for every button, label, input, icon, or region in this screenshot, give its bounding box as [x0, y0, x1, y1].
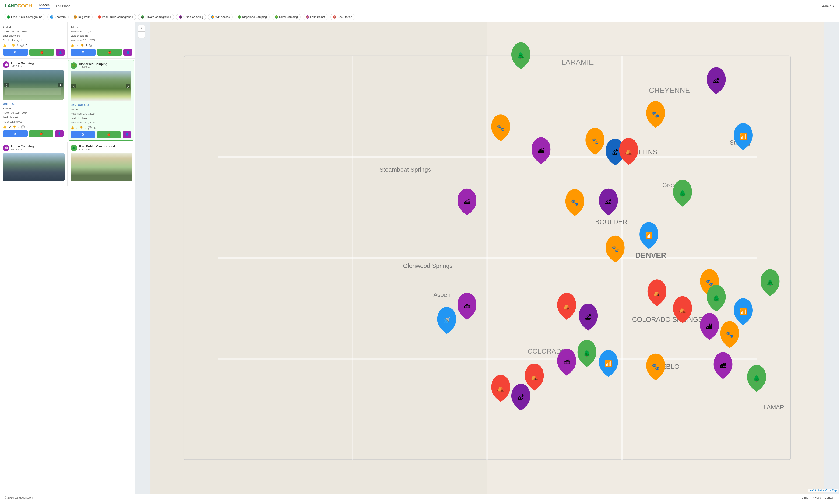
filter-icon-dog-park: 🐾: [73, 15, 77, 19]
terms-link[interactable]: Terms: [801, 496, 808, 499]
google-maps-btn-2[interactable]: G: [71, 49, 96, 56]
svg-text:⛺: ⛺: [497, 384, 505, 392]
type-icon-urban: 🏙: [3, 61, 9, 68]
meta-mountain: Added: November 17th, 2024 Last check-in…: [71, 107, 131, 125]
filter-label-dog-park: Dog Park: [78, 15, 90, 19]
apple-maps-btn-1[interactable]: 🍎: [30, 49, 55, 56]
card-row-0: Added: November 17th, 2024 Last check-in…: [0, 22, 135, 58]
svg-text:🐾: 🐾: [571, 199, 579, 206]
nav-add-place[interactable]: Add Place: [55, 4, 70, 8]
apple-maps-btn-2[interactable]: 🍎: [97, 49, 122, 56]
svg-text:⛺: ⛺: [531, 373, 538, 381]
votes-up-2: -4: [76, 44, 78, 47]
filter-chip-showers[interactable]: 🚿Showers: [47, 14, 69, 20]
meta-urban: Added: November 17th, 2024 Last check-in…: [3, 106, 64, 124]
svg-text:Steamboat Springs: Steamboat Springs: [379, 166, 431, 173]
filter-chip-urban[interactable]: 🏙Urban Camping: [176, 14, 206, 20]
type-icon-mountain: 🌿: [71, 62, 77, 69]
place-card-free-public: 🌲 Free Public Campground ~117.3 mi: [68, 142, 135, 186]
type-label-mountain: Dispersed Camping: [79, 62, 107, 66]
apple-maps-btn-urban[interactable]: 🍎: [29, 130, 54, 137]
svg-text:🏙: 🏙: [707, 323, 713, 330]
filter-label-dispersed: Dispersed Camping: [242, 15, 267, 19]
left-panel: Added: November 17th, 2024 Last check-in…: [0, 22, 136, 493]
svg-text:LARAMIE: LARAMIE: [561, 58, 594, 66]
nav-places[interactable]: Places: [39, 3, 50, 8]
svg-text:🏙: 🏙: [538, 147, 544, 154]
google-maps-btn-mountain[interactable]: G: [71, 131, 95, 138]
card-header-urban2: 🏙 Urban Camping ~117.1 mi: [3, 145, 65, 151]
filter-icon-showers: 🚿: [50, 15, 53, 19]
type-label-free: Free Public Campground: [79, 145, 115, 148]
map-controls: + −: [138, 25, 145, 38]
next-image-btn-mountain[interactable]: ❯: [126, 84, 130, 88]
place-link-mountain[interactable]: Mountain Site: [71, 103, 131, 106]
svg-text:🏕: 🏕: [612, 149, 618, 156]
osm-link[interactable]: © OpenStreetMap: [818, 489, 837, 492]
filter-icon-gas: ⛽: [333, 15, 336, 19]
leaflet-link[interactable]: Leaflet: [809, 489, 816, 492]
apple-maps-btn-mountain[interactable]: 🍎: [97, 131, 121, 138]
privacy-link[interactable]: Privacy: [812, 496, 821, 499]
filter-chip-dog-park[interactable]: 🐾Dog Park: [71, 14, 93, 20]
logo-land: LAND: [5, 3, 18, 8]
svg-text:Aspen: Aspen: [433, 291, 450, 298]
share-btn-mountain[interactable]: 👤: [123, 131, 131, 138]
svg-text:🏙: 🏙: [464, 303, 470, 310]
filter-label-gas: Gas Station: [338, 15, 352, 19]
share-btn-urban[interactable]: 👤: [55, 130, 64, 137]
share-btn-1[interactable]: 👤: [56, 49, 65, 56]
prev-image-btn-mountain[interactable]: ❮: [71, 84, 76, 88]
google-maps-btn-urban[interactable]: G: [3, 130, 28, 137]
svg-text:🌲: 🌲: [679, 190, 686, 197]
filter-chip-laundromat[interactable]: 🧺Laundromat: [303, 14, 328, 20]
filter-chip-paid-public[interactable]: ⛺Paid Public Campground: [94, 14, 136, 20]
vote-row-mountain: 👍2👎0💬12: [71, 126, 131, 129]
action-btns-1: G 🍎 👤: [3, 49, 65, 56]
main-nav: Places Add Place: [39, 3, 70, 8]
vote-row-urban: 👍-2👎0💬0: [3, 125, 64, 129]
svg-text:📶: 📶: [739, 308, 747, 316]
filter-chip-private[interactable]: 🏕Private Campground: [138, 14, 174, 20]
google-maps-btn-1[interactable]: G: [3, 49, 28, 56]
checkin-label-1: Last check-in:: [3, 34, 65, 38]
filter-chip-gas[interactable]: ⛽Gas Station: [330, 14, 355, 20]
svg-text:🏙: 🏙: [464, 198, 470, 205]
zoom-out-btn[interactable]: −: [138, 32, 145, 38]
logo[interactable]: LAND G OGH: [5, 3, 32, 8]
filter-chip-wifi[interactable]: 📶Wifi Access: [208, 14, 233, 20]
filter-chip-dispersed[interactable]: 🌿Dispersed Camping: [235, 14, 270, 20]
svg-text:🐾: 🐾: [497, 124, 505, 131]
place-card-urban-stop: 🏙 Urban Camping ~110.2 mi ❮ ❯ Urban Stop…: [0, 58, 67, 142]
map-area: LARAMIE CHEYENNE FORT COLLINS Steamboat …: [136, 22, 839, 493]
svg-text:🌲: 🌲: [583, 349, 591, 357]
logo-gogh: OGH: [21, 3, 32, 8]
card-image-mountain: ❮ ❯: [71, 71, 131, 101]
main-layout: Added: November 17th, 2024 Last check-in…: [0, 22, 839, 493]
added-date-1: November 17th, 2024: [3, 30, 65, 34]
svg-text:🌲: 🌲: [753, 375, 761, 382]
svg-text:Glenwood Springs: Glenwood Springs: [403, 262, 452, 269]
svg-text:⛺: ⛺: [563, 302, 571, 310]
zoom-in-btn[interactable]: +: [138, 25, 145, 32]
svg-text:🏕: 🏕: [518, 394, 524, 401]
next-image-btn-urban[interactable]: ❯: [58, 83, 63, 87]
prev-image-btn-urban[interactable]: ❮: [4, 83, 8, 87]
admin-menu[interactable]: Admin ▾: [822, 4, 834, 8]
contact-link[interactable]: Contact: [825, 496, 834, 499]
filter-icon-free-public: 🌲: [7, 15, 10, 19]
filter-icon-laundromat: 🧺: [306, 15, 309, 19]
filter-chip-rural[interactable]: 🌾Rural Camping: [272, 14, 301, 20]
filter-label-rural: Rural Camping: [279, 15, 298, 19]
filter-label-showers: Showers: [55, 15, 66, 19]
share-btn-2[interactable]: 👤: [124, 49, 132, 56]
filter-chip-free-public[interactable]: 🌲Free Public Campground: [4, 14, 45, 20]
card-row-1: 🏙 Urban Camping ~110.2 mi ❮ ❯ Urban Stop…: [0, 58, 135, 142]
comment-icon-2: 💬: [89, 44, 92, 47]
place-link-urban[interactable]: Urban Stop: [3, 102, 64, 106]
svg-text:🐾: 🐾: [611, 245, 619, 253]
filter-label-urban: Urban Camping: [183, 15, 203, 19]
type-icon-free: 🌲: [71, 145, 77, 151]
filter-bar: 🌲Free Public Campground🚿Showers🐾Dog Park…: [0, 12, 839, 22]
place-card-urban-2: 🏙 Urban Camping ~117.1 mi: [0, 142, 68, 186]
